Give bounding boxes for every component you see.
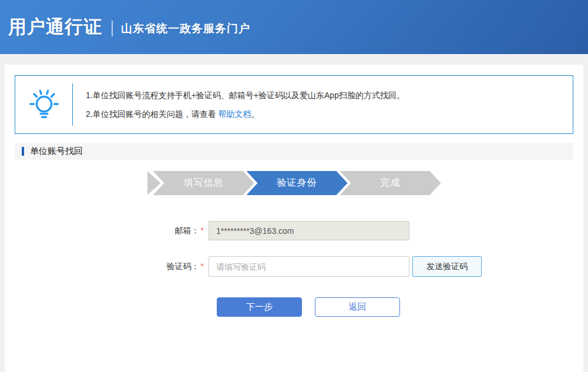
page-title: 用户通行证 xyxy=(8,15,102,39)
notice-line-2-suffix: 。 xyxy=(251,109,260,119)
header-title-divider xyxy=(112,21,113,36)
content-card: 1.单位找回账号流程支持手机+验证码、邮箱号+验证码以及爱山东App扫脸的方式找… xyxy=(5,65,583,372)
notice-divider xyxy=(72,83,73,126)
form-actions: 下一步 返回 xyxy=(217,297,573,317)
step-label: 完成 xyxy=(381,177,401,189)
required-asterisk: * xyxy=(201,262,204,271)
step-indicator: 填写信息 验证身份 完成 xyxy=(15,171,573,195)
email-field xyxy=(209,221,409,240)
code-label: 验证码：* xyxy=(151,262,204,272)
notice-box: 1.单位找回账号流程支持手机+验证码、邮箱号+验证码以及爱山东App扫脸的方式找… xyxy=(15,75,573,134)
portal-subtitle: 山东省统一政务服务门户 xyxy=(121,21,250,36)
next-button[interactable]: 下一步 xyxy=(217,297,302,317)
email-row: 邮箱：* xyxy=(151,221,573,240)
required-asterisk: * xyxy=(201,226,204,235)
header: 用户通行证 山东省统一政务服务门户 xyxy=(0,0,588,54)
lightbulb-icon xyxy=(15,86,72,123)
code-input[interactable] xyxy=(209,256,409,277)
section-header: 单位账号找回 xyxy=(15,143,573,160)
send-code-button[interactable]: 发送验证码 xyxy=(412,256,482,277)
email-label: 邮箱：* xyxy=(151,226,204,236)
notice-line-2: 2.单位找回账号的相关问题，请查看 帮助文档。 xyxy=(86,108,405,120)
section-marker xyxy=(22,147,24,156)
back-button[interactable]: 返回 xyxy=(315,297,400,317)
notice-line-2-text: 2.单位找回账号的相关问题，请查看 xyxy=(86,109,219,119)
recovery-form: 邮箱：* 验证码：* 发送验证码 下一步 返回 xyxy=(151,221,573,317)
step-label: 验证身份 xyxy=(277,177,317,189)
step-complete: 完成 xyxy=(340,171,441,195)
step-verify-identity: 验证身份 xyxy=(247,171,348,195)
step-fill-info: 填写信息 xyxy=(153,171,254,195)
email-label-text: 邮箱： xyxy=(175,226,200,235)
help-doc-link[interactable]: 帮助文档 xyxy=(219,109,251,119)
step-label: 填写信息 xyxy=(184,177,224,189)
code-label-text: 验证码： xyxy=(167,262,200,271)
section-title: 单位账号找回 xyxy=(30,146,83,157)
notice-line-1: 1.单位找回账号流程支持手机+验证码、邮箱号+验证码以及爱山东App扫脸的方式找… xyxy=(86,89,405,101)
code-row: 验证码：* 发送验证码 xyxy=(151,256,573,277)
